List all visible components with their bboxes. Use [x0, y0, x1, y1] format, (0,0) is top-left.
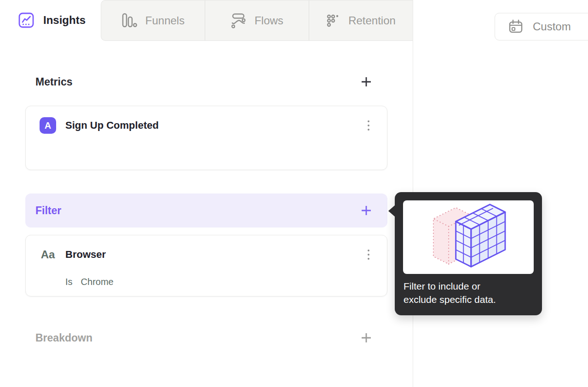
- metrics-title: Metrics: [35, 76, 73, 88]
- tab-label: Retention: [348, 14, 396, 27]
- tab-label: Flows: [254, 14, 283, 27]
- flows-wave-icon: [231, 13, 246, 28]
- inactive-tab-group: Funnels Flows: [101, 0, 413, 41]
- filter-value[interactable]: Chrome: [81, 277, 114, 287]
- filter-menu-button kebab-menu-icon[interactable]: [363, 247, 374, 262]
- property-type-badge: Aa: [39, 246, 57, 263]
- add-metric-button plus-icon[interactable]: [361, 76, 372, 87]
- filter-cube-illustration: [403, 200, 534, 274]
- metric-card[interactable]: A Sign Up Completed Total Events: [25, 106, 387, 170]
- filter-help-tooltip: Filter to include or exclude specific da…: [395, 192, 542, 315]
- add-breakdown-button plus-icon[interactable]: [361, 332, 372, 343]
- series-badge: A: [40, 117, 56, 134]
- breakdown-title: Breakdown: [35, 332, 92, 344]
- insights-report-builder: Insights Funnels Flows: [0, 0, 588, 387]
- tab-label: Insights: [43, 14, 86, 27]
- tooltip-arrow: [388, 205, 395, 217]
- metric-menu-button kebab-menu-icon[interactable]: [363, 118, 374, 133]
- tab-flows[interactable]: Flows: [205, 0, 309, 40]
- insights-line-chart-icon: [18, 12, 34, 28]
- tab-label: Funnels: [145, 14, 184, 27]
- tooltip-text: Filter to include or exclude specific da…: [404, 279, 514, 306]
- filter-title: Filter: [35, 205, 61, 217]
- filter-section-header[interactable]: Filter: [25, 194, 387, 228]
- tab-retention[interactable]: Retention: [309, 0, 413, 40]
- breakdown-section-header: Breakdown: [25, 325, 387, 351]
- add-filter-button plus-icon[interactable]: [361, 205, 372, 216]
- filter-operator[interactable]: Is: [65, 277, 73, 287]
- date-range-custom-button[interactable]: Custom: [495, 13, 588, 40]
- metric-event-name: Sign Up Completed: [65, 117, 159, 134]
- retention-grid-icon: [326, 14, 340, 28]
- metrics-section-header: Metrics: [25, 69, 387, 95]
- tab-funnels[interactable]: Funnels: [101, 0, 205, 40]
- filter-property-name: Browser: [65, 246, 106, 263]
- calendar-icon: [508, 19, 524, 34]
- custom-button-label: Custom: [533, 20, 571, 33]
- filter-card[interactable]: Aa Browser Is Chrome: [25, 235, 387, 296]
- tab-insights[interactable]: Insights: [0, 0, 101, 40]
- funnels-bars-icon: [121, 13, 137, 28]
